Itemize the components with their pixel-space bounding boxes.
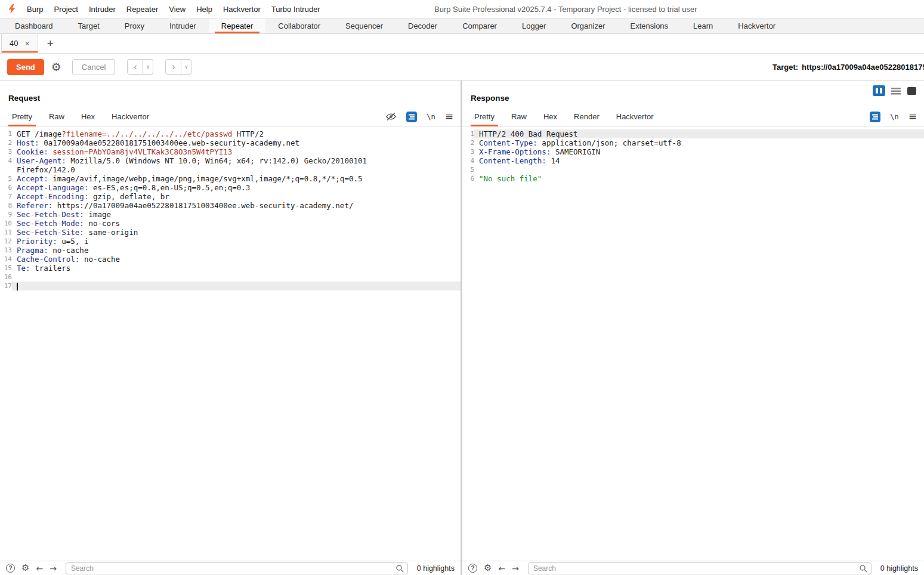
layout-columns-icon[interactable] [873, 85, 885, 96]
editor-line[interactable]: Firefox/142.0 [0, 165, 461, 174]
line-text: "No such file" [474, 174, 924, 183]
main-tab-target[interactable]: Target [66, 18, 112, 33]
editor-line[interactable]: 1GET /image?filename=../../../../../../e… [0, 129, 461, 138]
prev-match-icon[interactable]: ← [498, 564, 505, 573]
view-tab-hex[interactable]: Hex [535, 107, 565, 126]
close-tab-icon[interactable]: × [24, 39, 29, 48]
layout-combined-icon[interactable] [907, 86, 917, 95]
view-tab-pretty[interactable]: Pretty [4, 107, 41, 126]
response-header: Response [462, 81, 924, 107]
editor-line[interactable]: 6Accept-Language: es-ES,es;q=0.8,en-US;q… [0, 183, 461, 192]
request-panel: Request PrettyRawHexHackvertor \n ≡ 1GET… [0, 81, 462, 575]
editor-line[interactable]: 7Accept-Encoding: gzip, deflate, br [0, 192, 461, 201]
view-tab-raw[interactable]: Raw [503, 107, 535, 126]
eye-slash-icon[interactable] [385, 112, 397, 121]
line-number: 8 [0, 201, 12, 210]
editor-line[interactable]: 3Cookie: session=PAbYOam8jv4VLTKak3C8O3n… [0, 147, 461, 156]
main-tab-decoder[interactable]: Decoder [395, 18, 450, 33]
line-text: Cache-Control: no-cache [12, 255, 461, 264]
line-number [0, 165, 12, 174]
help-icon[interactable]: ? [6, 564, 15, 573]
main-tab-collaborator[interactable]: Collaborator [265, 18, 333, 33]
editor-line[interactable]: 3X-Frame-Options: SAMEORIGIN [462, 147, 924, 156]
line-number: 7 [0, 192, 12, 201]
editor-line[interactable]: 2Content-Type: application/json; charset… [462, 138, 924, 147]
editor-line[interactable]: 8Referer: https://0a17009a04ae0522801817… [0, 201, 461, 210]
editor-line[interactable]: 16 [0, 273, 461, 282]
history-forward-group: › ∨ [165, 59, 191, 75]
editor-menu-icon[interactable]: ≡ [908, 112, 917, 122]
view-tab-hackvertor[interactable]: Hackvertor [608, 107, 662, 126]
menu-item-turbo-intruder[interactable]: Turbo Intruder [266, 3, 326, 16]
request-search-input[interactable] [66, 562, 408, 574]
view-tab-pretty[interactable]: Pretty [466, 107, 503, 126]
menu-item-view[interactable]: View [163, 3, 191, 16]
prev-match-icon[interactable]: ← [36, 564, 43, 573]
help-icon[interactable]: ? [468, 564, 477, 573]
add-tab-button[interactable]: + [38, 34, 63, 53]
menu-item-burp[interactable]: Burp [21, 3, 48, 16]
next-match-icon[interactable]: → [50, 564, 57, 573]
repeater-tab-40[interactable]: 40 × [1, 34, 38, 53]
send-button[interactable]: Send [7, 59, 44, 75]
view-tab-hackvertor[interactable]: Hackvertor [103, 107, 157, 126]
main-tab-comparer[interactable]: Comparer [450, 18, 509, 33]
cancel-button[interactable]: Cancel [72, 59, 115, 75]
editor-line[interactable]: 14Cache-Control: no-cache [0, 255, 461, 264]
line-number: 12 [0, 237, 12, 246]
editor-line[interactable]: 6"No such file" [462, 174, 924, 183]
editor-line[interactable]: 12Priority: u=5, i [0, 237, 461, 246]
main-tab-proxy[interactable]: Proxy [112, 18, 157, 33]
editor-menu-icon[interactable]: ≡ [445, 112, 453, 122]
back-dropdown-icon[interactable]: ∨ [143, 59, 153, 75]
view-tab-render[interactable]: Render [565, 107, 608, 126]
layout-rows-icon[interactable] [891, 86, 901, 95]
search-settings-gear-icon[interactable]: ⚙ [21, 564, 29, 573]
editor-line[interactable]: 17 [0, 282, 461, 290]
menu-item-repeater[interactable]: Repeater [121, 3, 163, 16]
next-match-icon[interactable]: → [512, 564, 519, 573]
response-search-input[interactable] [528, 562, 872, 574]
pretty-format-icon[interactable] [870, 112, 880, 122]
main-tab-dashboard[interactable]: Dashboard [2, 18, 66, 33]
request-editor[interactable]: 1GET /image?filename=../../../../../../e… [0, 126, 461, 561]
layout-toggle-group [873, 85, 917, 96]
view-tab-hex[interactable]: Hex [73, 107, 103, 126]
menu-item-help[interactable]: Help [191, 3, 218, 16]
editor-line[interactable]: 13Pragma: no-cache [0, 246, 461, 255]
menu-item-intruder[interactable]: Intruder [84, 3, 121, 16]
pretty-format-icon[interactable] [406, 112, 417, 122]
line-text: X-Frame-Options: SAMEORIGIN [474, 147, 924, 156]
main-tab-organizer[interactable]: Organizer [558, 18, 617, 33]
menu-item-hackvertor[interactable]: Hackvertor [218, 3, 266, 16]
editor-line[interactable]: 5 [462, 165, 924, 174]
editor-line[interactable]: 9Sec-Fetch-Dest: image [0, 210, 461, 219]
editor-line[interactable]: 11Sec-Fetch-Site: same-origin [0, 228, 461, 237]
main-tab-intruder[interactable]: Intruder [157, 18, 209, 33]
back-button[interactable]: ‹ [127, 59, 143, 75]
main-tab-repeater[interactable]: Repeater [209, 18, 265, 33]
main-tab-extensions[interactable]: Extensions [618, 18, 681, 33]
editor-line[interactable]: 15Te: trailers [0, 264, 461, 273]
search-settings-gear-icon[interactable]: ⚙ [484, 564, 492, 573]
response-editor[interactable]: 1HTTP/2 400 Bad Request2Content-Type: ap… [462, 126, 924, 561]
line-text: Accept: image/avif,image/webp,image/png,… [12, 174, 461, 183]
main-tab-logger[interactable]: Logger [509, 18, 558, 33]
editor-line[interactable]: 5Accept: image/avif,image/webp,image/png… [0, 174, 461, 183]
main-tab-sequencer[interactable]: Sequencer [333, 18, 395, 33]
main-tab-hackvertor[interactable]: Hackvertor [725, 18, 788, 33]
newline-toggle-icon[interactable]: \n [427, 113, 435, 121]
newline-toggle-icon[interactable]: \n [890, 113, 898, 121]
editor-line[interactable]: 1HTTP/2 400 Bad Request [462, 129, 924, 138]
view-tab-raw[interactable]: Raw [41, 107, 73, 126]
editor-line[interactable]: 4User-Agent: Mozilla/5.0 (Windows NT 10.… [0, 156, 461, 165]
forward-dropdown-icon[interactable]: ∨ [181, 59, 191, 75]
menu-item-project[interactable]: Project [48, 3, 83, 16]
line-number: 1 [462, 129, 474, 138]
settings-gear-icon[interactable]: ⚙ [49, 61, 64, 73]
editor-line[interactable]: 10Sec-Fetch-Mode: no-cors [0, 219, 461, 228]
editor-line[interactable]: 4Content-Length: 14 [462, 156, 924, 165]
main-tab-learn[interactable]: Learn [681, 18, 725, 33]
forward-button[interactable]: › [165, 59, 181, 75]
editor-line[interactable]: 2Host: 0a17009a04ae052280181751003400ee.… [0, 138, 461, 147]
